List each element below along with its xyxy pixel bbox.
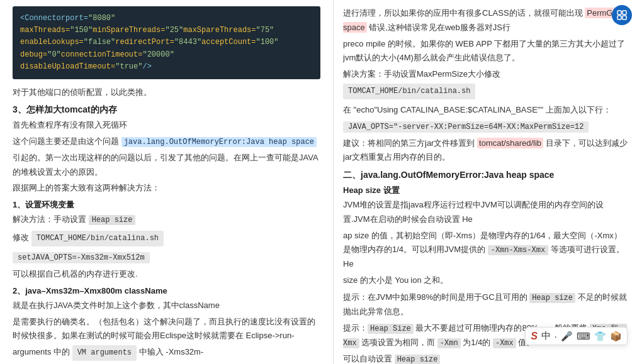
heap-size-subtitle: Heap size 设置 [343,185,628,196]
code-line-4a: debug= [20,50,47,59]
svg-rect-2 [617,16,621,19]
code-line-3b: redirectPort= [115,38,174,47]
corner-expand-button[interactable] [612,5,632,25]
solution2-desc1: 就是在执行JAVA类文件时加上这个参数，其中className [13,299,320,313]
right-preco: preco mpile 的时候。如果你的 WEB APP 下都用了大量的第三方其… [343,37,628,66]
heap-size-hint1: Heap size [529,293,575,303]
heap-size-hint2: Heap Size [368,324,414,334]
error-intro-text: 这个问题主要还是由这个问题 [13,136,119,146]
code-val-2a: "150" [70,26,93,35]
solution1-desc: 解决方法：手动设置 Heap size [13,212,320,227]
right-panel: 进行清理，所以如果你的应用中有很多CLASS的话，就很可能出现 PermGen … [334,0,637,364]
code-val-4b: "20000" [142,50,174,59]
solutions-intro: 跟据网上的答案大致有这两种解决方法： [13,181,320,196]
tomcat-lib: tomcat/shared/lib [477,138,543,148]
expand-icon [616,9,628,21]
code-line-4b: connectionTimeout= [61,50,143,59]
toolbar-cn[interactable]: 中 [541,330,551,342]
xmx-hint: -Xmx [493,338,516,348]
code-line-3c: acceptCount= [201,38,256,47]
code-val-2b: "25" [165,26,183,35]
error-cause: 引起的。第一次出现这样的的问题以后，引发了其他的问题。在网上一查可能是JAVA的… [13,151,320,180]
toolbar-box[interactable]: 📦 [610,331,622,342]
heap-size-auto: Heap size [395,355,441,365]
xmn-xms-xmx: -Xmn-Xms-Xmx [488,245,548,255]
solution1-cmd1: 修改 TOMCAT_HOME/bin/catalina.sh [13,229,320,248]
right-cmd-echo: 在 "echo"Using CATALINA_BASE:$CATALINA_BA… [343,103,628,118]
listener-note: 对于其他端口的侦听配置，以此类推。 [13,85,320,99]
svg-rect-3 [623,16,626,19]
toolbar-shirt[interactable]: 👕 [594,331,606,342]
code-val-1: "8080" [88,14,115,23]
catalina-path-1: TOMCAT_HOME/bin/catalina.sh [31,231,164,246]
solution2-title: 2、java–Xms32m–Xmx800m className [13,285,320,297]
java-opts-permsize: JAVA_OPTS="-server-XX:PermSize=64M-XX:Ma… [343,121,589,133]
right-para1: 进行清理，所以如果你的应用中有很多CLASS的话，就很可能出现 PermGen … [343,6,628,35]
main-container: <Connectorport="8080" maxThreads="150"mi… [0,0,637,364]
code-line-3a: enableLookups= [20,38,84,47]
heap-size-inline: Heap size [89,215,136,225]
toolbar-dot: · [555,331,557,341]
code-val-5: "true" [115,62,142,71]
error-intro-line: 这个问题主要还是由这个问题 java.lang.OutOfMemoryError… [13,135,320,149]
code-line-2a: maxThreads= [20,26,70,35]
code-val-2c: "75" [256,26,274,35]
tomcat-home-path: TOMCAT_HOME/bin/catalina.sh [343,84,475,99]
java-error-code: java.lang.OutOfMemoryError:Java heap spa… [121,137,317,147]
right-suggest: 建议：将相同的第三方jar文件移置到 tomcat/shared/lib 目录下… [343,136,628,165]
hint1: 提示：在JVM中如果98%的时间是用于GC且可用的 Heap size 不足的时… [343,290,628,319]
section2-title: 二、java.lang.OutOfMemoryError:Java heap s… [343,170,628,181]
xmn-hint: -Xmn [437,338,461,348]
svg-rect-1 [623,11,626,14]
vm-arguments: VM arguments [72,345,137,361]
auto-set: 可以自动设置 Heap size [343,352,628,365]
right-solution-title: 解决方案：手动设置MaxPermSize大小修改 TOMCAT_HOME/bin… [343,67,628,101]
floating-toolbar: S 中 · 🎤 ⌨ 👕 📦 [525,327,628,345]
java-opts-cmd: setJAVA_OPTS=-Xms32m-Xmx512m [13,252,150,263]
toolbar-logo-s: S [531,331,538,342]
heap-desc1: JVM堆的设置是指java程序运行过程中JVM可以调配使用的内存空间的设置.JV… [343,198,628,227]
solution1-note: 可以根据自己机器的内存进行更改. [13,267,320,282]
code-line-2c: maxSpareThreads= [183,26,256,35]
code-line-2b: minSpareThreads= [93,26,165,35]
heap-desc2: ap size 的值，其初始空间（即-Xms）是物理内存的1/64，最大空间（-… [343,229,628,272]
toolbar-keyboard[interactable]: ⌨ [577,331,590,342]
code-val-3a: "false" [84,38,115,47]
toolbar-mic[interactable]: 🎤 [561,331,573,342]
code-line-1: <Connectorport= [20,14,88,23]
check-infinite: 首先检查程序有没有限入死循环 [13,118,320,133]
solution1-title: 1、设置环境变量 [13,199,320,211]
permgen-error: PermGen space [343,8,622,33]
code-val-3c: "100" [256,38,279,47]
svg-rect-0 [617,11,621,14]
code-val-3b: "8443" [174,38,201,47]
code-line-5: disableUploadTimeout= [20,62,115,71]
left-panel: <Connectorport="8080" maxThreads="150"mi… [0,0,334,364]
code-close: /> [142,62,151,71]
code-val-4a: "0" [47,50,61,59]
code-block: <Connectorport="8080" maxThreads="150"mi… [13,6,320,79]
solution2-desc2: 是需要执行的确类名。（包括包名）这个解决问题了，而且执行的速度比没有设置的时候快… [13,315,320,363]
heap-desc3: size 的大小是 You ion 之和。 [343,273,628,288]
section3-title: 3、怎样加大tomcat的内存 [13,104,320,116]
